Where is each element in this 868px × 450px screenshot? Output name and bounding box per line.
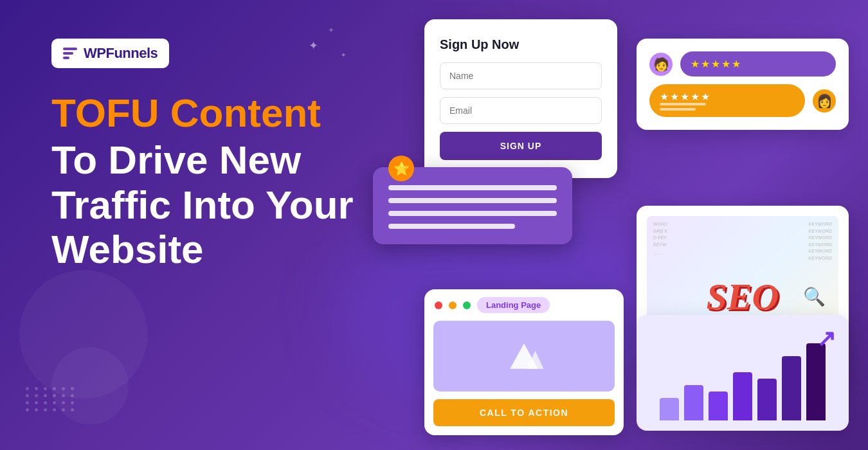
growth-card: ↗ — [637, 315, 849, 431]
email-input[interactable] — [440, 97, 602, 124]
growth-bar-7 — [806, 343, 826, 420]
cards-area: Sign Up Now SIGN UP 🧑 ★★★★★ 👩 ★★★★★ — [347, 13, 849, 437]
content-line-3 — [388, 211, 557, 216]
growth-bar-5 — [757, 379, 777, 420]
content-line-4 — [388, 224, 515, 229]
signup-button[interactable]: SIGN UP — [440, 132, 602, 160]
bg-circle-2 — [51, 347, 129, 424]
review-item-2: 👩 ★★★★★ — [649, 84, 836, 117]
review-bubble-2: ★★★★★ — [649, 84, 805, 117]
content-line-1 — [388, 185, 557, 190]
logo-container: WPFunnels — [51, 39, 169, 68]
review-card: 🧑 ★★★★★ 👩 ★★★★★ — [637, 39, 849, 130]
dots-pattern: · · ·· · ·· · · — [655, 224, 662, 258]
dot-yellow — [449, 302, 457, 309]
landing-header: Landing Page — [424, 289, 624, 321]
signup-card: Sign Up Now SIGN UP — [424, 19, 617, 178]
seo-big-text: SEO — [707, 275, 779, 318]
content-line-2 — [388, 198, 557, 203]
wpfunnels-icon — [63, 48, 77, 59]
growth-bar-1 — [660, 398, 679, 420]
review-item-1: 🧑 ★★★★★ — [649, 51, 836, 76]
mountain-svg — [502, 340, 547, 372]
growth-bar-2 — [684, 385, 703, 420]
growth-bar-6 — [782, 356, 801, 420]
sparkle-1: ✦ — [309, 39, 318, 53]
left-section: WPFunnels TOFU Content To Drive New Traf… — [51, 39, 360, 272]
avatar-1: 🧑 — [649, 53, 673, 76]
dot-red — [435, 302, 442, 309]
dot-green — [463, 302, 471, 309]
name-input[interactable] — [440, 62, 602, 89]
arrow-up-icon: ↗ — [817, 325, 836, 352]
sparkle-3: ✦ — [341, 51, 346, 59]
landing-card: Landing Page CALL TO ACTION — [424, 289, 624, 435]
bg-dots — [26, 387, 76, 411]
star-badge: ⭐ — [388, 156, 414, 181]
signup-title: Sign Up Now — [440, 37, 602, 52]
growth-bar-3 — [709, 392, 728, 420]
seo-keyword-bg: KEYWORDKEYWORDKEYWORDKEYWORDKEYWORDKEYWO… — [809, 221, 832, 262]
avatar-2: 👩 — [813, 89, 836, 113]
logo-text: WPFunnels — [84, 45, 158, 62]
sparkle-2: ✦ — [328, 26, 334, 35]
landing-image-area — [433, 321, 615, 392]
main-heading: TOFU Content To Drive New Traffic Into Y… — [51, 91, 360, 272]
stars-2: ★★★★★ — [660, 91, 711, 103]
stars-1: ★★★★★ — [691, 58, 742, 70]
review-bubble-1: ★★★★★ — [680, 51, 836, 76]
cta-button[interactable]: CALL TO ACTION — [433, 399, 615, 426]
landing-badge: Landing Page — [477, 297, 550, 313]
growth-chart — [660, 337, 826, 420]
magnifier-icon: 🔍 — [803, 286, 826, 307]
growth-bar-4 — [733, 372, 752, 420]
featured-card: ⭐ — [373, 167, 572, 244]
heading-tofu: TOFU Content — [51, 91, 321, 135]
heading-subtitle: To Drive New Traffic Into Your Website — [51, 138, 360, 271]
